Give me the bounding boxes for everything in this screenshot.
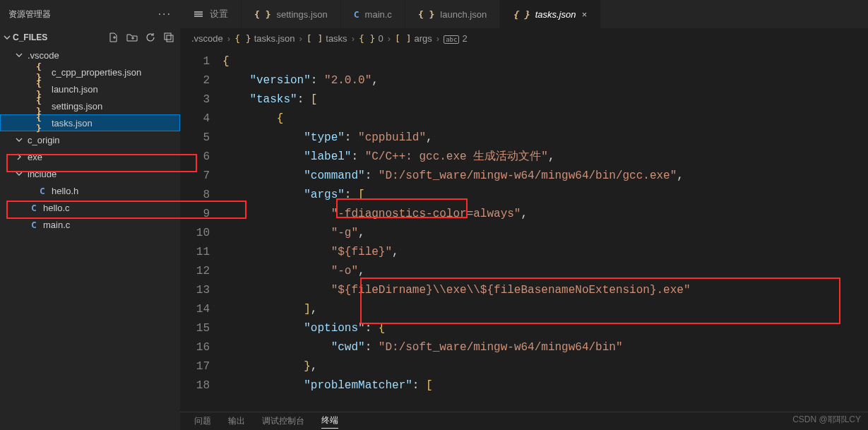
- tree-item-label: settings.json: [52, 101, 102, 112]
- breadcrumb-sep: ›: [352, 33, 355, 44]
- code-line[interactable]: {: [222, 52, 868, 71]
- folder-item[interactable]: .vscode: [0, 47, 180, 64]
- tree-item-label: .vscode: [28, 50, 59, 61]
- editor-tab[interactable]: { }settings.json: [242, 0, 341, 28]
- chevron-down-icon: [3, 33, 11, 42]
- breadcrumb-sep: ›: [227, 33, 230, 44]
- line-number: 1: [180, 52, 210, 71]
- tab-label: settings.json: [276, 9, 327, 20]
- code-line[interactable]: "${file}",: [222, 243, 868, 262]
- c-icon: C: [36, 186, 49, 196]
- editor-tab[interactable]: { }launch.json: [405, 0, 500, 28]
- line-number: 6: [180, 148, 210, 167]
- file-item[interactable]: { }settings.json: [0, 97, 180, 114]
- breadcrumb-item[interactable]: args: [415, 33, 432, 44]
- section-actions: [108, 32, 174, 43]
- sidebar-header: 资源管理器 ···: [0, 0, 180, 28]
- breadcrumb-icon: { }: [359, 33, 375, 44]
- file-item[interactable]: Cmain.c: [0, 216, 180, 233]
- line-number: 12: [180, 262, 210, 281]
- file-item[interactable]: { }tasks.json: [0, 114, 180, 131]
- tree-item-label: launch.json: [52, 84, 98, 95]
- chevron-down-icon: [13, 51, 25, 59]
- tree-item-label: hello.c: [43, 203, 70, 213]
- breadcrumb-icon: [ ]: [395, 33, 411, 44]
- code-line[interactable]: "command": "D:/soft_ware/mingw-w64/mingw…: [222, 167, 868, 186]
- breadcrumb-sep: ›: [388, 33, 391, 44]
- code-line[interactable]: "options": {: [222, 319, 868, 338]
- line-number: 2: [180, 71, 210, 90]
- editor-tab[interactable]: 设置: [180, 0, 242, 28]
- code-line[interactable]: "label": "C/C++: gcc.exe 生成活动文件",: [222, 148, 868, 167]
- editor-tab[interactable]: { }tasks.json×: [500, 0, 600, 28]
- code-line[interactable]: "${fileDirname}\\exe\\${fileBasenameNoEx…: [222, 281, 868, 300]
- editor-tab[interactable]: Cmain.c: [341, 0, 405, 28]
- file-item[interactable]: Chello.c: [0, 199, 180, 216]
- breadcrumb-icon: { }: [234, 33, 251, 44]
- line-number: 17: [180, 357, 210, 376]
- breadcrumb-item[interactable]: tasks: [326, 33, 347, 44]
- line-number: 13: [180, 281, 210, 300]
- watermark: CSDN @耶耶LCY: [792, 414, 861, 426]
- tree-item-label: main.c: [43, 220, 70, 230]
- collapse-icon[interactable]: [163, 32, 174, 43]
- tree-item-label: c_origin: [28, 135, 60, 145]
- tree-item-label: include: [28, 169, 57, 179]
- tree-item-label: exe: [28, 152, 42, 162]
- new-file-icon[interactable]: [108, 32, 119, 43]
- panel-tab[interactable]: 调试控制台: [262, 415, 304, 427]
- tab-label: tasks.json: [535, 9, 576, 20]
- code-line[interactable]: "tasks": [: [222, 90, 868, 109]
- line-gutter: 123456789101112131415161718: [180, 48, 222, 430]
- sidebar-section[interactable]: C_FILES: [0, 28, 180, 47]
- breadcrumb-item[interactable]: .vscode: [191, 33, 223, 44]
- code-line[interactable]: "-g",: [222, 224, 868, 243]
- code-content[interactable]: { "version": "2.0.0", "tasks": [ { "type…: [222, 48, 868, 430]
- folder-item[interactable]: exe: [0, 148, 180, 165]
- panel-tab[interactable]: 终端: [321, 414, 338, 429]
- tab-label: 设置: [210, 8, 228, 20]
- code-line[interactable]: {: [222, 109, 868, 129]
- c-icon: C: [28, 203, 40, 213]
- bottom-panel: 问题输出调试控制台终端: [180, 412, 868, 430]
- code-line[interactable]: },: [222, 357, 868, 376]
- tree-item-label: c_cpp_properties.json: [52, 67, 141, 78]
- tab-label: launch.json: [440, 9, 487, 20]
- code-line[interactable]: "-fdiagnostics-color=always",: [222, 205, 868, 224]
- code-area[interactable]: 123456789101112131415161718 { "version":…: [180, 48, 868, 430]
- file-item[interactable]: Chello.h: [0, 182, 180, 199]
- panel-tab[interactable]: 问题: [194, 415, 211, 427]
- file-item[interactable]: { }launch.json: [0, 80, 180, 97]
- breadcrumb-item[interactable]: 0: [378, 33, 383, 44]
- code-line[interactable]: ],: [222, 300, 868, 319]
- sidebar: 资源管理器 ··· C_FILES .vscode{ }c_cpp_proper…: [0, 0, 180, 430]
- code-line[interactable]: "args": [: [222, 186, 868, 205]
- breadcrumb-icon: [ ]: [307, 33, 323, 44]
- breadcrumb[interactable]: .vscode›{ }tasks.json›[ ]tasks›{ }0›[ ]a…: [180, 28, 868, 48]
- new-folder-icon[interactable]: [126, 32, 138, 43]
- breadcrumb-item[interactable]: tasks.json: [254, 33, 295, 44]
- svg-rect-0: [165, 33, 171, 40]
- code-line[interactable]: "version": "2.0.0",: [222, 71, 868, 90]
- panel-tab[interactable]: 输出: [228, 415, 245, 427]
- folder-item[interactable]: c_origin: [0, 131, 180, 148]
- code-line[interactable]: "cwd": "D:/soft_ware/mingw-w64/mingw64/b…: [222, 338, 868, 357]
- more-icon[interactable]: ···: [158, 8, 172, 20]
- chevron-down-icon: [13, 136, 25, 144]
- line-number: 7: [180, 167, 210, 186]
- close-icon[interactable]: ×: [581, 9, 587, 20]
- line-number: 9: [180, 205, 210, 224]
- breadcrumb-item[interactable]: 2: [462, 33, 467, 44]
- tree-item-label: hello.h: [52, 186, 78, 196]
- editor-area: 设置{ }settings.jsonCmain.c{ }launch.json{…: [180, 0, 868, 430]
- code-line[interactable]: "type": "cppbuild",: [222, 129, 868, 148]
- folder-item[interactable]: include: [0, 165, 180, 182]
- file-item[interactable]: { }c_cpp_properties.json: [0, 64, 180, 80]
- code-line[interactable]: "problemMatcher": [: [222, 376, 868, 395]
- settings-icon: [193, 8, 204, 20]
- chevron-down-icon: [13, 169, 25, 178]
- code-line[interactable]: "-o",: [222, 262, 868, 281]
- explorer-title: 资源管理器: [8, 8, 51, 20]
- file-tree: .vscode{ }c_cpp_properties.json{ }launch…: [0, 47, 180, 430]
- refresh-icon[interactable]: [145, 32, 156, 43]
